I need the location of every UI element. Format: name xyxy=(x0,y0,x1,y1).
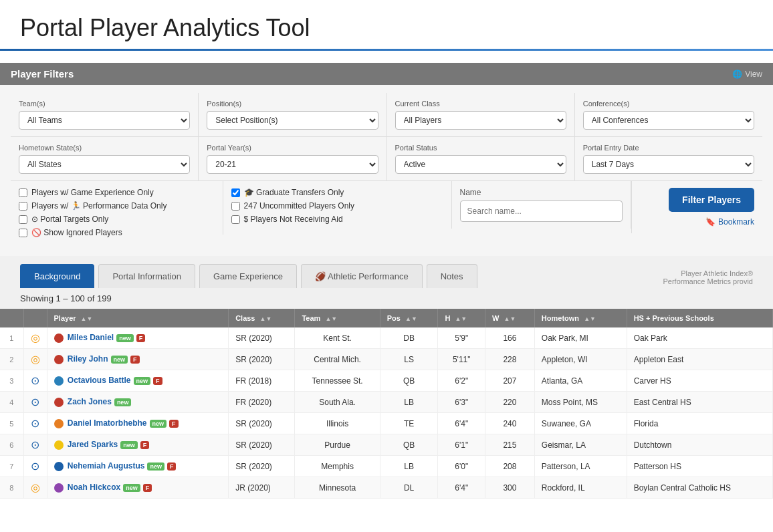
conference-select[interactable]: All Conferences xyxy=(583,111,754,130)
pos-cell: QB xyxy=(380,370,438,392)
table-row: 5 ⊙ Daniel ImatorbhebhenewF SR (2020) Il… xyxy=(0,413,773,434)
year-select[interactable]: 20-21 xyxy=(207,155,378,174)
new-badge: new xyxy=(120,441,138,449)
th-hs[interactable]: HS + Previous Schools xyxy=(627,309,772,327)
perf-data-checkbox[interactable] xyxy=(19,202,27,211)
hometown-cell: Geismar, LA xyxy=(534,434,627,456)
th-pos[interactable]: Pos ▲▼ xyxy=(380,309,438,327)
new-badge: new xyxy=(116,334,134,342)
player-name[interactable]: Daniel Imatorbhebhe xyxy=(68,418,147,428)
height-cell: 5'9" xyxy=(438,327,485,349)
tab-athletic-performance[interactable]: 🏈 Athletic Performance xyxy=(301,264,423,288)
bookmark-icon: 🔖 xyxy=(705,217,715,227)
view-button[interactable]: 🌐 View xyxy=(732,70,762,79)
player-name[interactable]: Miles Daniel xyxy=(68,333,114,342)
hs-cell: Oak Park xyxy=(627,327,772,349)
showing-text: Showing 1 – 100 of 199 xyxy=(20,293,112,303)
th-team[interactable]: Team ▲▼ xyxy=(295,309,380,327)
player-cell: Nehemiah AugustusnewF xyxy=(47,456,229,477)
th-icon xyxy=(23,309,47,327)
tab-notes[interactable]: Notes xyxy=(427,264,477,288)
tabs-info: Player Athletic Index® Performance Metri… xyxy=(663,269,754,288)
filter-conference: Conference(s) All Conferences xyxy=(575,93,762,136)
class-cell: SR (2020) xyxy=(229,349,295,370)
table-row: 7 ⊙ Nehemiah AugustusnewF SR (2020) Memp… xyxy=(0,456,773,477)
row-target: ⊙ xyxy=(23,392,47,413)
class-cell: SR (2020) xyxy=(229,413,295,434)
checkbox-247: 247 Uncommitted Players Only xyxy=(231,201,443,211)
filter-panel-title: Player Filters xyxy=(11,68,74,80)
class-cell: FR (2020) xyxy=(229,392,295,413)
team-cell: Tennessee St. xyxy=(295,370,380,392)
checkboxes-right: 🎓 Graduate Transfers Only 247 Uncommitte… xyxy=(223,181,451,235)
player-name[interactable]: Zach Jones xyxy=(68,397,112,406)
state-select[interactable]: All States xyxy=(19,155,190,174)
flag-badge: F xyxy=(167,462,177,471)
class-cell: SR (2020) xyxy=(229,327,295,349)
tab-background[interactable]: Background xyxy=(20,264,94,288)
tab-game-experience[interactable]: Game Experience xyxy=(199,264,297,288)
hs-cell: Boylan Central Catholic HS xyxy=(627,477,772,499)
targets-checkbox[interactable] xyxy=(19,215,27,224)
pos-cell: DL xyxy=(380,477,438,499)
positions-select[interactable]: Select Position(s) xyxy=(207,111,378,130)
new-badge: new xyxy=(114,398,132,406)
hs-cell: Appleton East xyxy=(627,349,772,370)
game-exp-checkbox[interactable] xyxy=(19,188,27,197)
target-icon: ◎ xyxy=(31,482,40,493)
row-target: ⊙ xyxy=(23,370,47,392)
247-checkbox[interactable] xyxy=(231,202,240,211)
checkbox-targets: ⊙ Portal Targets Only xyxy=(19,215,215,224)
height-cell: 6'0" xyxy=(438,456,485,477)
tabs-list: Background Portal Information Game Exper… xyxy=(20,264,479,288)
hometown-cell: Suwanee, GA xyxy=(534,413,627,434)
table-row: 8 ◎ Noah HickcoxnewF JR (2020) Minnesota… xyxy=(0,477,773,499)
bookmark-link[interactable]: 🔖 Bookmark xyxy=(705,217,754,227)
filter-teams: Team(s) All Teams xyxy=(11,93,199,136)
class-select[interactable]: All Players xyxy=(395,111,566,130)
player-name[interactable]: Octavious Battle xyxy=(68,376,131,385)
filter-players-button[interactable]: Filter Players xyxy=(669,188,754,212)
name-search-input[interactable] xyxy=(460,201,623,222)
status-select[interactable]: Active xyxy=(395,155,566,174)
date-select[interactable]: Last 7 Days xyxy=(583,155,754,174)
tab-portal-information[interactable]: Portal Information xyxy=(98,264,195,288)
class-cell: SR (2020) xyxy=(229,456,295,477)
flag-badge: F xyxy=(140,441,150,449)
ignored-checkbox[interactable] xyxy=(19,229,27,237)
player-name[interactable]: Nehemiah Augustus xyxy=(68,461,145,471)
row-target: ◎ xyxy=(23,349,47,370)
row-num: 3 xyxy=(0,370,23,392)
circle-icon: ⊙ xyxy=(31,375,39,386)
player-name[interactable]: Riley John xyxy=(68,354,108,364)
aid-checkbox[interactable] xyxy=(231,215,240,224)
player-cell: Miles DanielnewF xyxy=(47,327,229,349)
graduate-checkbox[interactable] xyxy=(231,188,240,197)
checkbox-game-exp: Players w/ Game Experience Only xyxy=(19,188,215,197)
pos-cell: TE xyxy=(380,413,438,434)
player-name[interactable]: Noah Hickcox xyxy=(68,483,120,492)
checkbox-perf-data: Players w/ 🏃 Performance Data Only xyxy=(19,201,215,211)
team-icon xyxy=(54,462,64,471)
hometown-cell: Moss Point, MS xyxy=(534,392,627,413)
hometown-cell: Oak Park, MI xyxy=(534,327,627,349)
teams-select[interactable]: All Teams xyxy=(19,111,190,130)
th-weight[interactable]: W ▲▼ xyxy=(485,309,535,327)
th-player[interactable]: Player ▲▼ xyxy=(47,309,229,327)
tabs-info-line2: Performance Metrics provid xyxy=(663,277,754,285)
player-name[interactable]: Jared Sparks xyxy=(68,440,118,449)
filter-header: Player Filters 🌐 View xyxy=(0,63,773,85)
target-icon: ◎ xyxy=(31,332,40,344)
player-cell: Riley JohnnewF xyxy=(47,349,229,370)
height-cell: 6'4" xyxy=(438,477,485,499)
th-class[interactable]: Class ▲▼ xyxy=(229,309,295,327)
row-num: 8 xyxy=(0,477,23,499)
hometown-cell: Appleton, WI xyxy=(534,349,627,370)
circle-icon: ⊙ xyxy=(31,460,39,472)
th-hometown[interactable]: Hometown ▲▼ xyxy=(534,309,627,327)
height-cell: 5'11" xyxy=(438,349,485,370)
th-height[interactable]: H ▲▼ xyxy=(438,309,485,327)
circle-icon: ⊙ xyxy=(31,396,39,408)
filter-year: Portal Year(s) 20-21 xyxy=(199,137,386,180)
height-cell: 6'2" xyxy=(438,370,485,392)
